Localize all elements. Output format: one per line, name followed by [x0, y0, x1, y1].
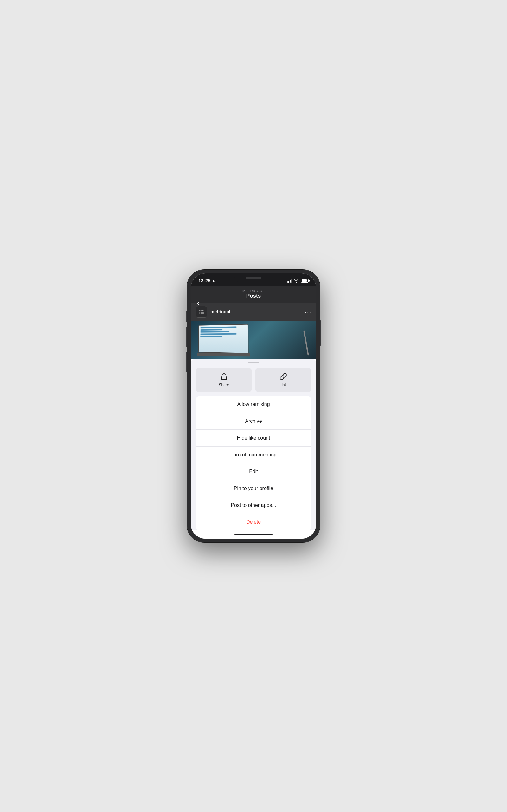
- link-label: Link: [279, 383, 286, 387]
- pen-visual: [303, 330, 309, 355]
- status-icons: [287, 279, 309, 283]
- share-label: Share: [219, 383, 229, 387]
- menu-item-pin-to-profile[interactable]: Pin to your profile: [196, 480, 311, 497]
- bottom-sheet: Share Link Allow remixingArchiveHide lik…: [191, 359, 316, 530]
- username: metricool: [210, 309, 230, 314]
- power-button: [320, 320, 321, 346]
- share-button[interactable]: Share: [196, 368, 252, 392]
- time-display: 13:25: [199, 278, 210, 283]
- laptop-visual: [197, 324, 261, 359]
- notch-pill: [245, 277, 262, 279]
- sheet-handle-area: [191, 359, 316, 365]
- app-name: METRICOOL: [197, 289, 310, 293]
- link-button[interactable]: Link: [255, 368, 311, 392]
- more-options-button[interactable]: ···: [305, 308, 311, 316]
- post-image: [191, 321, 316, 359]
- menu-item-hide-like-count[interactable]: Hide like count: [196, 430, 311, 447]
- share-icon: [220, 373, 228, 380]
- avatar-text: me tri cool: [196, 309, 207, 315]
- laptop-screen: [198, 324, 248, 354]
- home-pill: [234, 534, 273, 535]
- menu-section: Allow remixingArchiveHide like countTurn…: [196, 396, 311, 530]
- avatar: me tri cool: [196, 306, 207, 317]
- menu-item-delete[interactable]: Delete: [196, 514, 311, 530]
- notch: [234, 273, 273, 282]
- action-buttons-row: Share Link: [191, 365, 316, 396]
- wifi-icon: [294, 279, 299, 283]
- status-time: 13:25 ▲: [199, 278, 215, 283]
- link-icon: [279, 373, 287, 380]
- laptop-base: [197, 353, 250, 356]
- home-indicator: [191, 530, 316, 539]
- menu-item-turn-off-commenting[interactable]: Turn off commenting: [196, 447, 311, 463]
- battery-icon: [301, 279, 308, 283]
- menu-item-post-to-other-apps[interactable]: Post to other apps...: [196, 497, 311, 514]
- post-user: me tri cool metricool: [196, 306, 230, 317]
- location-icon: ▲: [212, 279, 215, 283]
- menu-item-archive[interactable]: Archive: [196, 413, 311, 430]
- back-button[interactable]: ‹: [197, 299, 199, 307]
- app-header: ‹ METRICOOL Posts: [191, 286, 316, 303]
- post-header: me tri cool metricool ···: [191, 303, 316, 321]
- menu-item-allow-remixing[interactable]: Allow remixing: [196, 396, 311, 413]
- phone-frame: 13:25 ▲ ‹ METRICOOL Posts: [187, 270, 320, 542]
- page-title: Posts: [197, 293, 310, 299]
- menu-item-edit[interactable]: Edit: [196, 463, 311, 480]
- signal-icon: [287, 279, 292, 283]
- sheet-handle: [248, 362, 259, 363]
- phone-screen: 13:25 ▲ ‹ METRICOOL Posts: [191, 273, 316, 539]
